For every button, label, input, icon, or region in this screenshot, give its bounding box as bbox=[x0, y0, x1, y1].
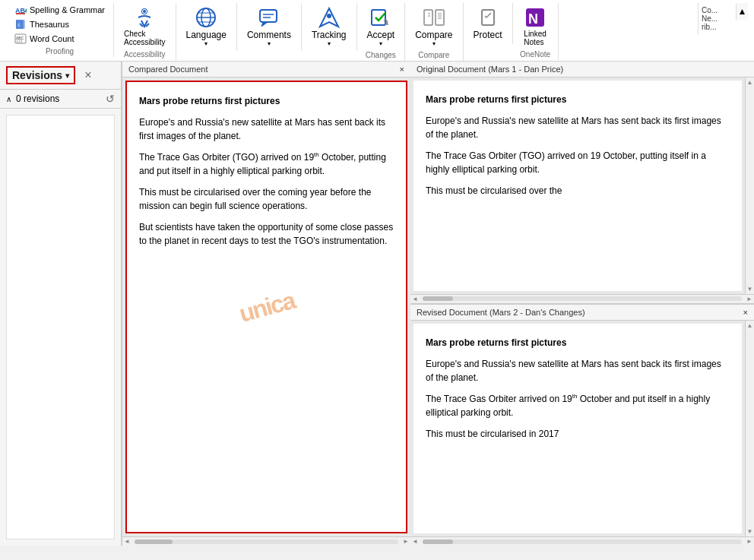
original-doc-content: Mars probe returns first pictures Europe… bbox=[413, 81, 742, 291]
h-scroll-right-3[interactable]: ► bbox=[745, 538, 754, 545]
revisions-title-text: Revisions bbox=[12, 69, 62, 81]
ribbon-group-accept: Accept ▾ Changes bbox=[357, 3, 406, 61]
original-doc-vscrollbar: ▲ ▼ bbox=[745, 78, 754, 294]
compared-doc-header: Compared Document × bbox=[122, 62, 410, 78]
revised-doc-para-3: This must be circularised in 2017 bbox=[426, 427, 730, 441]
compared-doc-para-3: This must be circularised over the comin… bbox=[139, 185, 394, 213]
ribbon-group-tracking: Tracking ▾ bbox=[302, 3, 357, 51]
revisions-panel: Revisions ▾ × ∧ 0 revisions ↺ bbox=[0, 62, 122, 546]
h-scroll-left-2[interactable]: ◄ bbox=[410, 296, 420, 302]
original-doc-heading: Mars probe returns first pictures bbox=[426, 93, 730, 106]
language-label: Language bbox=[186, 30, 227, 40]
svg-rect-28 bbox=[482, 10, 494, 25]
h-scroll-track-3[interactable] bbox=[423, 539, 742, 544]
spelling-grammar-label: Spelling & Grammar bbox=[30, 5, 105, 14]
v-scroll-down-3[interactable]: ▼ bbox=[746, 527, 754, 536]
h-scroll-left-3[interactable]: ◄ bbox=[410, 538, 420, 545]
revisions-dropdown-icon[interactable]: ▾ bbox=[65, 71, 69, 80]
compared-doc-para-1: Europe's and Russia's new satellite at M… bbox=[139, 115, 394, 143]
revisions-close-button[interactable]: × bbox=[84, 68, 91, 82]
compare-icon bbox=[422, 5, 446, 30]
protect-button[interactable]: Protect bbox=[470, 3, 506, 43]
right-panels: Original Document (Mars 1 - Dan Price) M… bbox=[410, 62, 754, 546]
original-doc-header: Original Document (Mars 1 - Dan Price) bbox=[410, 62, 754, 78]
ribbon-group-compare: Compare ▾ Compare bbox=[405, 3, 463, 61]
onenote-icon: N bbox=[523, 5, 547, 30]
tracking-icon bbox=[317, 5, 341, 30]
proofing-group-label: Proofing bbox=[46, 47, 74, 55]
accessibility-icon bbox=[132, 5, 157, 30]
v-scroll-up-arrow[interactable]: ▲ bbox=[746, 78, 754, 87]
revisions-body bbox=[6, 115, 115, 539]
svg-point-19 bbox=[327, 14, 331, 18]
compared-doc-title: Compared Document bbox=[128, 65, 208, 74]
revised-doc-heading: Mars probe returns first pictures bbox=[426, 336, 730, 350]
h-scroll-thumb-3 bbox=[423, 539, 453, 544]
svg-rect-21 bbox=[424, 10, 432, 25]
word-count-label: Word Count bbox=[30, 34, 74, 43]
tracking-button[interactable]: Tracking ▾ bbox=[308, 3, 350, 49]
compared-doc-content: unica Mars probe returns first pictures … bbox=[125, 81, 407, 533]
accessibility-group-label: Accessibility bbox=[124, 50, 165, 59]
linked-notes-button[interactable]: N LinkedNotes bbox=[519, 3, 551, 49]
h-scroll-track-2[interactable] bbox=[423, 296, 742, 301]
overflow-item-1: Co... bbox=[702, 6, 733, 14]
revised-doc-title: Revised Document (Mars 2 - Dan's Changes… bbox=[417, 308, 585, 317]
svg-rect-16 bbox=[260, 10, 277, 22]
linked-notes-label: LinkedNotes bbox=[524, 30, 546, 46]
overflow-item-3: rib... bbox=[702, 23, 733, 31]
protect-icon bbox=[476, 5, 500, 30]
comments-button[interactable]: Comments ▾ bbox=[243, 3, 295, 49]
h-scroll-track[interactable] bbox=[135, 539, 398, 544]
v-scroll-down-arrow[interactable]: ▼ bbox=[746, 284, 754, 294]
revised-doc-header: Revised Document (Mars 2 - Dan's Changes… bbox=[410, 305, 754, 321]
svg-text:≡: ≡ bbox=[17, 23, 21, 27]
compared-doc-close[interactable]: × bbox=[400, 65, 404, 74]
revised-doc-close[interactable]: × bbox=[743, 308, 748, 317]
h-scroll-right-2[interactable]: ► bbox=[745, 296, 754, 302]
compared-doc-para-4: But scientists have taken the opportunit… bbox=[139, 220, 394, 248]
ribbon-scroll-up[interactable]: ▲ bbox=[736, 3, 748, 20]
compared-doc-panel: Compared Document × unica Mars probe ret… bbox=[122, 62, 410, 546]
svg-rect-20 bbox=[372, 10, 385, 25]
ribbon-overflow: Co... Ne... rib... bbox=[698, 3, 736, 34]
h-scroll-thumb bbox=[135, 539, 173, 544]
ribbon-scroll-icon: ▲ bbox=[738, 6, 747, 17]
onenote-group-label: OneNote bbox=[520, 50, 550, 59]
original-doc-panel: Original Document (Mars 1 - Dan Price) M… bbox=[410, 62, 754, 305]
spelling-grammar-button[interactable]: ABC ✓ Spelling & Grammar bbox=[12, 3, 107, 17]
ribbon-group-accessibility: CheckAccessibility Accessibility bbox=[114, 3, 176, 60]
comments-label: Comments bbox=[247, 30, 291, 40]
ribbon-group-proofing: ABC ✓ Spelling & Grammar ≡ bbox=[6, 3, 114, 57]
h-scroll-right-arrow[interactable]: ► bbox=[401, 538, 410, 545]
changes-group-label: Changes bbox=[366, 51, 396, 59]
check-accessibility-button[interactable]: CheckAccessibility bbox=[120, 3, 169, 49]
revisions-caret: ∧ bbox=[6, 95, 11, 103]
language-icon bbox=[194, 5, 218, 30]
svg-text:N: N bbox=[528, 11, 538, 27]
compared-doc-hscrollbar: ◄ ► bbox=[122, 536, 410, 546]
spelling-icon: ABC ✓ bbox=[14, 4, 27, 16]
documents-area: Compared Document × unica Mars probe ret… bbox=[122, 62, 754, 546]
thesaurus-button[interactable]: ≡ Thesaurus bbox=[12, 17, 107, 31]
word-count-icon: ABC 123 bbox=[14, 33, 27, 45]
revisions-title-box: Revisions ▾ bbox=[6, 66, 75, 84]
accept-button[interactable]: Accept ▾ bbox=[363, 3, 399, 49]
tracking-label: Tracking bbox=[312, 30, 347, 40]
overflow-item-2: Ne... bbox=[702, 14, 733, 23]
h-scroll-left-arrow[interactable]: ◄ bbox=[122, 538, 131, 545]
main-content: Revisions ▾ × ∧ 0 revisions ↺ Compared D… bbox=[0, 62, 754, 546]
accept-icon bbox=[369, 5, 393, 30]
word-count-button[interactable]: ABC 123 Word Count bbox=[12, 32, 107, 46]
revisions-refresh-button[interactable]: ↺ bbox=[106, 93, 115, 105]
revised-doc-hscrollbar: ◄ ► bbox=[410, 536, 754, 546]
accept-dropdown-icon: ▾ bbox=[379, 40, 382, 47]
compare-button[interactable]: Compare ▾ bbox=[411, 3, 456, 49]
ribbon-group-protect: Protect bbox=[464, 3, 513, 44]
svg-point-10 bbox=[143, 10, 146, 13]
language-button[interactable]: Language ▾ bbox=[182, 3, 230, 49]
compare-group-label: Compare bbox=[418, 51, 449, 59]
v-scroll-up-3[interactable]: ▲ bbox=[746, 321, 754, 331]
revisions-header: Revisions ▾ × bbox=[0, 62, 121, 90]
ribbon: ABC ✓ Spelling & Grammar ≡ bbox=[0, 0, 754, 62]
